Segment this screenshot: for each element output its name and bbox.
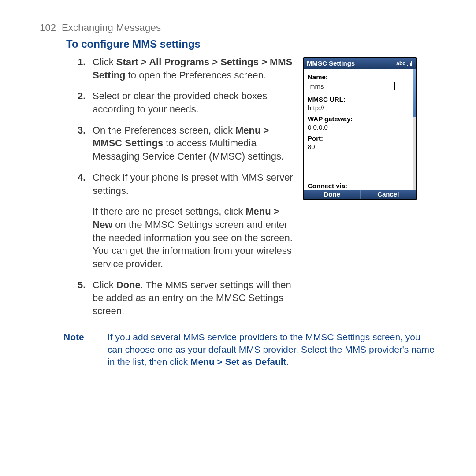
step-text: Click — [93, 279, 116, 290]
step-text: On the Preferences screen, click — [93, 125, 235, 136]
signal-icon — [407, 61, 413, 66]
step-bold: Done — [116, 279, 141, 290]
step-text: Select or clear the provided check boxes… — [93, 90, 267, 115]
softkey-bar: Done Cancel — [304, 190, 416, 199]
note-text: . — [286, 357, 289, 367]
name-input[interactable] — [308, 82, 395, 90]
scrollbar-thumb[interactable] — [413, 69, 416, 117]
step-number: 2. — [78, 89, 86, 103]
chapter-title: Exchanging Messages — [62, 22, 161, 33]
page-number: 102 — [40, 22, 56, 33]
note-label: Note — [63, 331, 108, 368]
wap-gateway-value[interactable]: 0.0.0.0 — [308, 123, 412, 131]
input-mode-indicator: abc — [396, 58, 405, 69]
step-number: 1. — [78, 56, 86, 69]
scrollbar[interactable] — [413, 69, 416, 190]
step-text: Check if your phone is preset with MMS s… — [93, 172, 293, 196]
mmsc-settings-screenshot: MMSC Settings abc Name: MMSC URL: http:/… — [303, 57, 417, 200]
step-number: 3. — [78, 124, 86, 137]
name-label: Name: — [308, 73, 412, 81]
done-button[interactable]: Done — [304, 190, 360, 199]
step-5: 5. Click Done. The MMS server settings w… — [93, 279, 295, 318]
instruction-list: 1. Click Start > All Programs > Settings… — [40, 56, 295, 318]
mmsc-url-value[interactable]: http:// — [308, 104, 412, 112]
port-value[interactable]: 80 — [308, 143, 412, 150]
step-2: 2. Select or clear the provided check bo… — [93, 89, 295, 115]
cancel-button[interactable]: Cancel — [360, 190, 416, 199]
phone-title: MMSC Settings — [307, 58, 355, 69]
phone-titlebar: MMSC Settings abc — [304, 58, 416, 69]
step-3: 3. On the Preferences screen, click Menu… — [93, 124, 295, 163]
note-bold: Menu > Set as Default — [190, 357, 286, 367]
step-text: Click — [93, 56, 116, 67]
step-number: 4. — [78, 171, 86, 184]
note: Note If you add several MMS service prov… — [40, 331, 436, 368]
phone-body: Name: MMSC URL: http:// WAP gateway: 0.0… — [304, 69, 416, 190]
mmsc-url-label: MMSC URL: — [308, 96, 412, 103]
step-4: 4. Check if your phone is preset with MM… — [93, 171, 295, 271]
wap-gateway-label: WAP gateway: — [308, 115, 412, 123]
step-1: 1. Click Start > All Programs > Settings… — [93, 56, 295, 82]
section-title: To configure MMS settings — [66, 38, 436, 50]
step-number: 5. — [78, 279, 86, 292]
page-header: 102 Exchanging Messages — [40, 22, 436, 33]
step-text: to open the Preferences screen. — [126, 70, 266, 81]
port-label: Port: — [308, 134, 412, 142]
connect-via-label: Connect via: — [308, 182, 347, 190]
step-text: on the MMSC Settings screen and enter th… — [93, 219, 293, 269]
step-text: If there are no preset settings, click — [93, 206, 245, 217]
